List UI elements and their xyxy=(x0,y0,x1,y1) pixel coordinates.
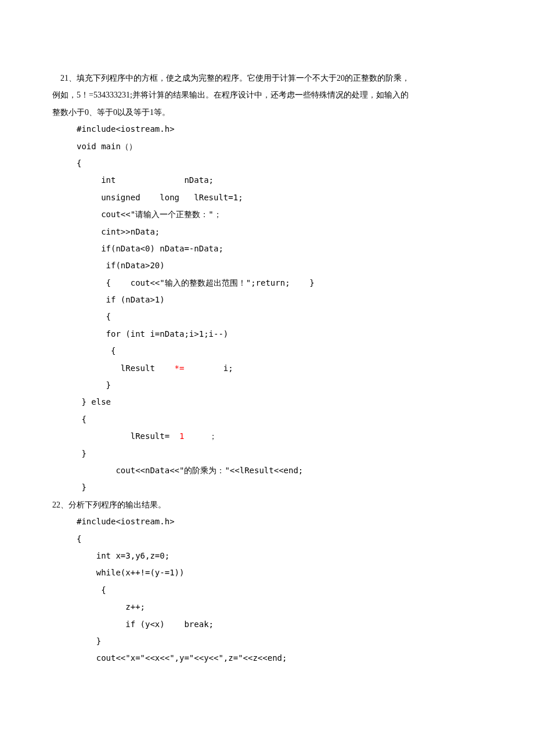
q21-code2-2: { xyxy=(52,411,482,428)
q21-code-10: if (nData>1) xyxy=(52,291,482,308)
q22-code-3: while(x++!=(y-=1)) xyxy=(52,564,482,581)
q21-code-2: { xyxy=(52,155,482,172)
q21-code-13: { xyxy=(52,343,482,359)
q22-code-2: int x=3,y6,z=0; xyxy=(52,548,482,564)
q21-code-5: cout<<"请输入一个正整数："； xyxy=(52,206,482,223)
answer-one: 1 xyxy=(175,431,185,441)
q21-code2-0: } xyxy=(52,377,482,394)
q21-code-12: for (int i=nData;i>1;i--) xyxy=(52,326,482,343)
lresult-prefix: lResult= xyxy=(77,431,175,441)
q21-code3-1: cout<<nData<<"的阶乘为："<<lResult<<end; xyxy=(52,462,482,479)
document-content: 21、填充下列程序中的方框，使之成为完整的程序。它使用于计算一个不大于20的正整… xyxy=(52,70,482,667)
q21-code-4: unsigned long lResult=1; xyxy=(52,189,482,206)
q22-code-0: #include<iostream.h> xyxy=(52,513,482,530)
q22-code-1: { xyxy=(52,531,482,548)
q22-title: 22、分析下列程序的输出结果。 xyxy=(52,496,482,513)
result-prefix: lResult xyxy=(77,363,175,373)
q21-code2-1: } else xyxy=(52,394,482,411)
q21-code-11: { xyxy=(52,308,482,325)
answer-star-equals: *= xyxy=(175,363,185,373)
q21-code-6: cint>>nData; xyxy=(52,224,482,240)
q21-code-3: int nData; xyxy=(52,172,482,189)
q21-para-line2: 例如，5！=534333231;并将计算的结果输出。在程序设计中，还考虑一些特殊… xyxy=(52,87,482,103)
lresult-suffix: ； xyxy=(184,431,217,441)
q22-code-5: z++; xyxy=(52,599,482,615)
q21-code3-0: } xyxy=(52,445,482,462)
q21-code-7: if(nData<0) nData=-nData; xyxy=(52,240,482,257)
q21-para-line1: 21、填充下列程序中的方框，使之成为完整的程序。它使用于计算一个不大于20的正整… xyxy=(52,70,482,87)
q21-code-lresult-line: lResult= 1 ； xyxy=(52,428,482,445)
q21-para-line3: 整数小于0、等于0以及等于1等。 xyxy=(52,104,482,121)
q21-code-1: void main（） xyxy=(52,138,482,155)
result-suffix: i; xyxy=(184,363,233,373)
q22-code-6: if (y<x) break; xyxy=(52,616,482,633)
q21-code-9: { cout<<"输入的整数超出范围！";return; } xyxy=(52,275,482,291)
q22-code-8: cout<<"x="<<x<<",y="<<y<<",z="<<z<<end; xyxy=(52,650,482,667)
q21-code3-2: } xyxy=(52,479,482,496)
q21-code-8: if(nData>20) xyxy=(52,257,482,274)
q21-code-result-line: lResult *= i; xyxy=(52,360,482,377)
q22-code-7: } xyxy=(52,633,482,650)
q22-code-4: { xyxy=(52,582,482,599)
q21-code-0: #include<iostream.h> xyxy=(52,121,482,138)
